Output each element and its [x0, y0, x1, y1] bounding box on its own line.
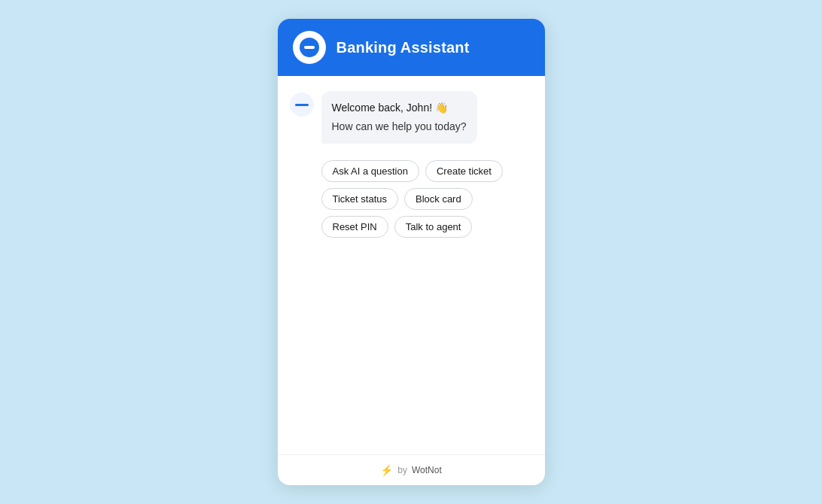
quick-reply-reset-pin[interactable]: Reset PIN: [321, 216, 388, 238]
bolt-icon: ⚡: [380, 464, 393, 476]
bot-avatar-message: [290, 93, 314, 117]
quick-reply-ticket-status[interactable]: Ticket status: [321, 188, 398, 210]
quick-reply-create-ticket[interactable]: Create ticket: [425, 160, 503, 182]
bot-avatar-header: [293, 31, 326, 64]
footer-brand: WotNot: [412, 465, 442, 475]
footer-by: by: [397, 465, 407, 475]
quick-reply-ask-ai[interactable]: Ask AI a question: [321, 160, 419, 182]
chat-widget: Banking Assistant Welcome back, John! 👋 …: [278, 19, 545, 485]
header-title: Banking Assistant: [336, 39, 470, 56]
welcome-text: Welcome back, John! 👋: [332, 100, 467, 116]
message-bubble: Welcome back, John! 👋 How can we help yo…: [321, 91, 477, 144]
quick-reply-talk-to-agent[interactable]: Talk to agent: [394, 216, 473, 238]
bot-icon: [300, 38, 319, 57]
quick-reply-block-card[interactable]: Block card: [404, 188, 473, 210]
bot-message-row: Welcome back, John! 👋 How can we help yo…: [290, 91, 533, 144]
quick-replies-container: Ask AI a questionCreate ticketTicket sta…: [321, 160, 533, 238]
help-text: How can we help you today?: [332, 119, 467, 135]
bot-avatar-bar-icon: [295, 104, 309, 106]
chat-header: Banking Assistant: [278, 19, 545, 76]
chat-body: Welcome back, John! 👋 How can we help yo…: [278, 76, 545, 454]
chat-footer: ⚡ by WotNot: [278, 454, 545, 485]
